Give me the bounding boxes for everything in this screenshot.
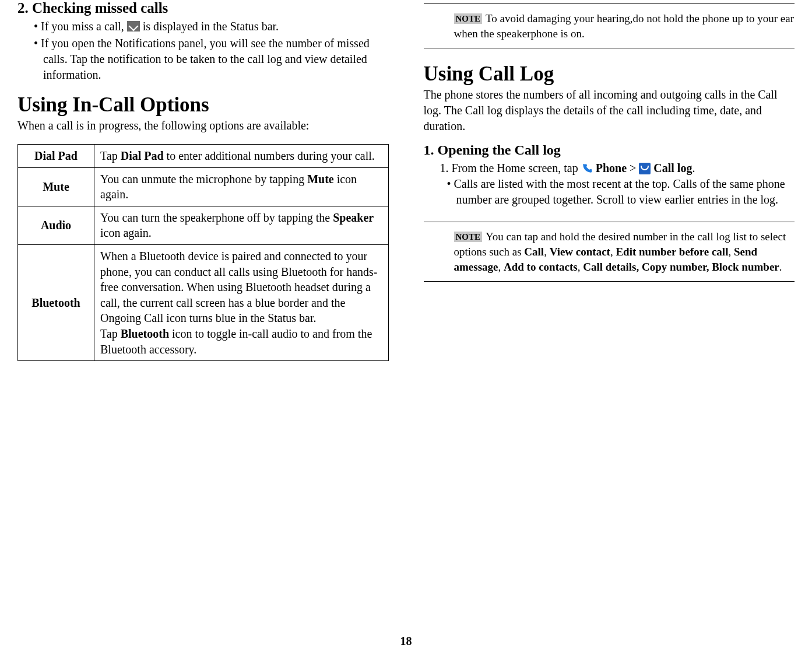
text: >	[630, 162, 636, 174]
audio-label: Audio	[18, 206, 94, 244]
using-call-log-heading: Using Call Log	[424, 62, 795, 86]
open-call-log-step: 1. From the Home screen, tap Phone > Cal…	[424, 160, 795, 176]
opt-add-to-contacts: Add to contacts	[504, 261, 578, 273]
text: When a Bluetooth device is paired and co…	[100, 250, 377, 324]
bluetooth-desc: When a Bluetooth device is paired and co…	[94, 244, 389, 360]
opt-call-details-etc: Call details, Copy number, Block number	[583, 261, 779, 273]
text: 1. From the Home screen, tap	[440, 162, 581, 174]
sep: ,	[728, 246, 734, 258]
bluetooth-bold: Bluetooth	[121, 327, 169, 340]
opt-view-contact: View contact	[550, 246, 610, 258]
text: icon again.	[100, 226, 152, 239]
period: .	[779, 261, 782, 273]
table-row: Dial Pad Tap Dial Pad to enter additiona…	[18, 145, 389, 168]
missed-call-bullet-2: If you open the Notifications panel, you…	[34, 36, 389, 83]
dialpad-bold: Dial Pad	[121, 149, 164, 162]
note-label: NOTE	[454, 13, 483, 24]
call-log-bullet: Calls are listed with the most recent at…	[447, 176, 795, 208]
note-text: To avoid damaging your hearing,do not ho…	[454, 12, 794, 40]
dialpad-desc: Tap Dial Pad to enter additional numbers…	[94, 145, 389, 168]
text: Tap	[100, 149, 121, 162]
text: to enter additional numbers during your …	[164, 149, 375, 162]
call-log-icon	[639, 163, 651, 174]
table-row: Mute You can unmute the microphone by ta…	[18, 167, 389, 206]
sep: ,	[578, 261, 583, 273]
missed-call-icon	[127, 21, 140, 31]
audio-desc: You can turn the speakerphone off by tap…	[94, 206, 389, 244]
phone-bold: Phone	[596, 162, 627, 174]
text: You can turn the speakerphone off by tap…	[100, 211, 333, 224]
sep: ,	[610, 246, 616, 258]
note-speakerphone: NOTETo avoid damaging your hearing,do no…	[424, 8, 795, 44]
opt-edit-number: Edit number before call	[616, 246, 728, 258]
incall-options-table: Dial Pad Tap Dial Pad to enter additiona…	[17, 144, 389, 361]
mute-bold: Mute	[307, 173, 334, 185]
divider	[424, 48, 795, 48]
dialpad-label: Dial Pad	[18, 145, 94, 168]
page-number: 18	[0, 635, 812, 648]
phone-icon	[581, 163, 593, 174]
sep: ,	[544, 246, 550, 258]
missed-text-b: is displayed in the Status bar.	[143, 20, 279, 33]
bluetooth-label: Bluetooth	[18, 244, 94, 360]
mute-label: Mute	[18, 167, 94, 206]
table-row: Bluetooth When a Bluetooth device is pai…	[18, 244, 389, 360]
divider	[424, 3, 795, 4]
mute-desc: You can unmute the microphone by tapping…	[94, 167, 389, 206]
table-row: Audio You can turn the speakerphone off …	[18, 206, 389, 244]
text: You can unmute the microphone by tapping	[100, 173, 307, 185]
note-call-log-options: NOTEYou can tap and hold the desired num…	[424, 226, 795, 278]
sep: ,	[498, 261, 504, 273]
speaker-bold: Speaker	[333, 211, 374, 224]
incall-intro: When a call is in progress, the followin…	[17, 118, 389, 134]
checking-missed-heading: 2. Checking missed calls	[17, 0, 389, 16]
opt-call: Call	[524, 246, 544, 258]
call-log-bold: Call log	[653, 162, 692, 174]
divider	[424, 222, 795, 222]
opening-call-log-heading: 1. Opening the Call log	[424, 142, 795, 158]
text: Tap	[100, 327, 121, 340]
missed-text-a: If you miss a call,	[41, 20, 127, 33]
missed-call-bullet-1: If you miss a call, is displayed in the …	[34, 19, 389, 34]
incall-options-heading: Using In-Call Options	[17, 93, 389, 117]
divider	[424, 281, 795, 282]
note-label: NOTE	[454, 232, 483, 242]
text: .	[692, 162, 695, 174]
call-log-intro: The phone stores the numbers of all inco…	[424, 87, 795, 134]
